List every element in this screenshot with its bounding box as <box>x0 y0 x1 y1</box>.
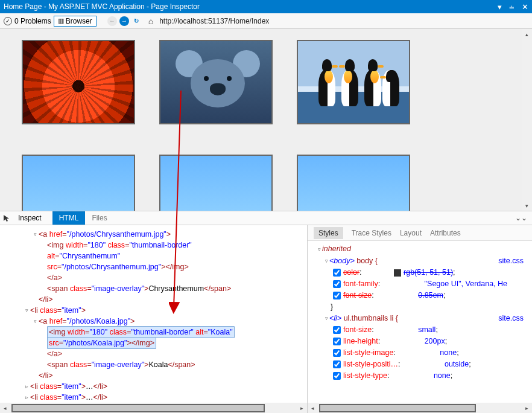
css-property[interactable]: list-style-image: none; <box>316 347 530 359</box>
html-tree-hscroll[interactable]: ◂ ▸ <box>0 403 307 413</box>
inspector-panels: ▿<a href="/photos/Chrysanthemum.jpg"><im… <box>0 225 532 413</box>
tree-row[interactable]: src="/photos/Koala.jpg"></img> <box>6 338 307 348</box>
scroll-right-icon[interactable]: ▸ <box>522 405 532 411</box>
css-property[interactable]: font-size: 0.85em; <box>316 290 530 301</box>
css-rule-selector[interactable]: ▿<body> body {site.css <box>316 255 530 267</box>
viewport-scrollbar[interactable]: ▴ ▾ <box>522 29 532 211</box>
problems-label: 0 Problems <box>14 17 51 25</box>
close-icon[interactable]: ✕ <box>522 2 528 11</box>
inspector-bar: Inspect HTML Files ⌄⌄ <box>0 211 532 225</box>
styles-tab-trace[interactable]: Trace Styles <box>352 229 391 237</box>
refresh-icon[interactable]: ↻ <box>131 16 141 26</box>
tree-row[interactable]: <span class="image-overlay">Chrysanthemu… <box>6 283 307 294</box>
scroll-left-icon[interactable]: ◂ <box>308 405 318 411</box>
css-property[interactable]: list-style-positi…: outside; <box>316 359 530 370</box>
tree-row[interactable]: </a> <box>6 272 307 283</box>
nav-forward-icon[interactable]: → <box>119 16 129 26</box>
tree-row[interactable]: <img width="180" class="thumbnail-border… <box>6 240 307 251</box>
css-property[interactable]: color: rgb(51, 51, 51); <box>316 267 530 278</box>
styles-tab-styles[interactable]: Styles <box>314 227 343 239</box>
window-menu-icon[interactable]: ▾ <box>498 2 502 11</box>
css-rule-selector[interactable]: ▿<li> ul.thumbnails li {site.css <box>316 313 530 324</box>
address-bar[interactable]: http://localhost:51137/Home/Index <box>159 17 269 25</box>
inspect-label[interactable]: Inspect <box>13 214 46 222</box>
tree-row[interactable]: </li> <box>6 294 307 305</box>
browser-icon: ▥ <box>58 17 64 25</box>
tree-row[interactable]: ▹<li class="item">…</li> <box>6 381 307 392</box>
nav-back-icon[interactable]: ← <box>107 16 117 26</box>
inspect-cursor-icon[interactable] <box>0 214 13 222</box>
css-property[interactable]: font-size: small; <box>316 324 530 336</box>
tab-html[interactable]: HTML <box>52 211 86 225</box>
css-property[interactable]: font-family: "Segoe UI", Verdana, He <box>316 278 530 290</box>
styles-tab-attributes[interactable]: Attributes <box>430 229 461 237</box>
tree-row[interactable]: ▹<li class="item">…</li> <box>6 392 307 403</box>
property-toggle[interactable] <box>333 280 341 288</box>
scroll-left-icon[interactable]: ◂ <box>0 405 10 411</box>
styles-body[interactable]: ▿inherited▿<body> body {site.csscolor: r… <box>308 241 532 384</box>
styles-group-heading[interactable]: ▿inherited <box>316 243 530 255</box>
tree-row[interactable]: </a> <box>6 348 307 359</box>
styles-hscroll[interactable]: ◂ ▸ <box>308 403 532 413</box>
check-circle-icon: ✓ <box>4 17 12 25</box>
property-toggle[interactable] <box>333 326 341 334</box>
browser-label: Browser <box>66 17 92 25</box>
html-tree-panel: ▿<a href="/photos/Chrysanthemum.jpg"><im… <box>0 225 308 413</box>
toolbar: ✓ 0 Problems ▥ Browser ← → ↻ ⌂ http://lo… <box>0 13 532 29</box>
tree-row[interactable]: </li> <box>6 370 307 381</box>
property-toggle[interactable] <box>333 372 341 380</box>
thumbnail-chrysanthemum[interactable] <box>22 40 135 124</box>
styles-panel: Styles Trace Styles Layout Attributes ▿i… <box>308 225 532 413</box>
scroll-up-icon[interactable]: ▴ <box>522 29 532 39</box>
tab-files[interactable]: Files <box>85 211 113 225</box>
tree-row[interactable]: ▿<a href="/photos/Koala.jpg"> <box>6 316 307 327</box>
browser-viewport <box>0 29 532 211</box>
tree-row[interactable]: ▿<a href="/photos/Chrysanthemum.jpg"> <box>6 229 307 240</box>
tree-row[interactable]: alt="Chrysanthemum" <box>6 251 307 261</box>
tree-row[interactable]: src="/photos/Chrysanthemum.jpg"></img> <box>6 261 307 272</box>
property-toggle[interactable] <box>333 269 341 277</box>
styles-tab-layout[interactable]: Layout <box>400 229 422 237</box>
tree-row[interactable]: <img width="180" class="thumbnail-border… <box>6 327 307 338</box>
expand-chevron-icon[interactable]: ⌄⌄ <box>510 214 532 222</box>
css-property[interactable]: list-style-type: none; <box>316 370 530 382</box>
property-toggle[interactable] <box>333 360 341 368</box>
css-rule-close: } <box>316 301 530 313</box>
problems-indicator[interactable]: ✓ 0 Problems <box>4 17 51 25</box>
thumbnail-row2-1[interactable] <box>22 155 135 211</box>
property-toggle[interactable] <box>333 292 341 299</box>
pin-icon[interactable]: ⫨ <box>508 2 516 11</box>
property-toggle[interactable] <box>333 349 341 357</box>
property-toggle[interactable] <box>333 338 341 345</box>
css-property[interactable]: line-height: 200px; <box>316 336 530 347</box>
tree-row[interactable]: ▿<li class="item"> <box>6 305 307 316</box>
styles-tabs: Styles Trace Styles Layout Attributes <box>308 225 532 241</box>
browser-button[interactable]: ▥ Browser <box>54 16 97 27</box>
tree-row[interactable]: <span class="image-overlay">Koala</span> <box>6 359 307 370</box>
html-tree[interactable]: ▿<a href="/photos/Chrysanthemum.jpg"><im… <box>0 225 307 413</box>
scroll-right-icon[interactable]: ▸ <box>297 405 307 411</box>
window-title: Home Page - My ASP.NET MVC Application -… <box>4 2 200 11</box>
thumbnail-row2-2[interactable] <box>159 155 273 211</box>
scroll-down-icon[interactable]: ▾ <box>522 200 532 211</box>
thumbnail-penguins[interactable] <box>297 40 410 124</box>
home-icon[interactable]: ⌂ <box>148 16 153 26</box>
title-bar: Home Page - My ASP.NET MVC Application -… <box>0 0 532 13</box>
thumbnail-row2-3[interactable] <box>297 155 410 211</box>
thumbnail-koala[interactable] <box>159 40 273 124</box>
